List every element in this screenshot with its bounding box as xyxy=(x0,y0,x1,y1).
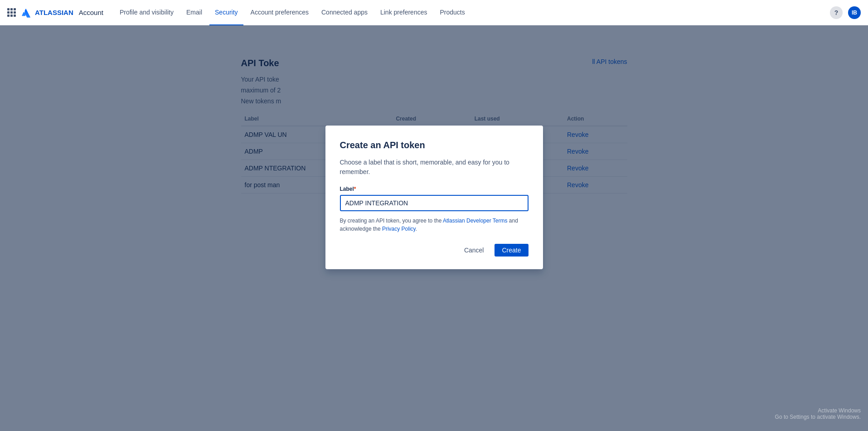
nav-right: ? IB xyxy=(830,6,861,19)
modal-terms: By creating an API token, you agree to t… xyxy=(340,217,529,233)
privacy-policy-link[interactable]: Privacy Policy xyxy=(382,226,416,232)
nav-link-email[interactable]: Email xyxy=(181,0,208,25)
terms-text-before: By creating an API token, you agree to t… xyxy=(340,218,443,224)
nav-link-products[interactable]: Products xyxy=(434,0,470,25)
help-button[interactable]: ? xyxy=(830,6,843,19)
nav-link-profile[interactable]: Profile and visibility xyxy=(114,0,179,25)
nav-link-connected-apps[interactable]: Connected apps xyxy=(316,0,373,25)
nav-subtitle: Account xyxy=(79,9,103,16)
nav-link-account-prefs[interactable]: Account preferences xyxy=(245,0,314,25)
nav-link-security[interactable]: Security xyxy=(209,0,243,25)
label-text: Label xyxy=(340,186,354,192)
developer-terms-link[interactable]: Atlassian Developer Terms xyxy=(443,218,508,224)
atlassian-logo-text: ATLASSIAN xyxy=(35,9,73,16)
modal-description: Choose a label that is short, memorable,… xyxy=(340,158,529,177)
navbar: ATLASSIAN Account Profile and visibility… xyxy=(0,0,868,25)
label-required: * xyxy=(354,186,356,192)
create-api-token-modal: Create an API token Choose a label that … xyxy=(325,126,543,269)
avatar[interactable]: IB xyxy=(848,6,861,19)
nav-left: ATLASSIAN Account xyxy=(7,6,103,19)
modal-title: Create an API token xyxy=(340,140,529,150)
terms-text-after: . xyxy=(416,226,417,232)
create-button[interactable]: Create xyxy=(495,244,528,257)
app-grid-icon[interactable] xyxy=(7,8,16,17)
atlassian-logo[interactable]: ATLASSIAN xyxy=(19,6,73,19)
nav-links: Profile and visibility Email Security Ac… xyxy=(114,0,830,25)
nav-link-link-prefs[interactable]: Link preferences xyxy=(375,0,433,25)
cancel-button[interactable]: Cancel xyxy=(459,244,490,257)
api-token-label-input[interactable] xyxy=(340,195,529,211)
modal-actions: Cancel Create xyxy=(340,244,529,257)
label-field-label: Label* xyxy=(340,186,529,192)
